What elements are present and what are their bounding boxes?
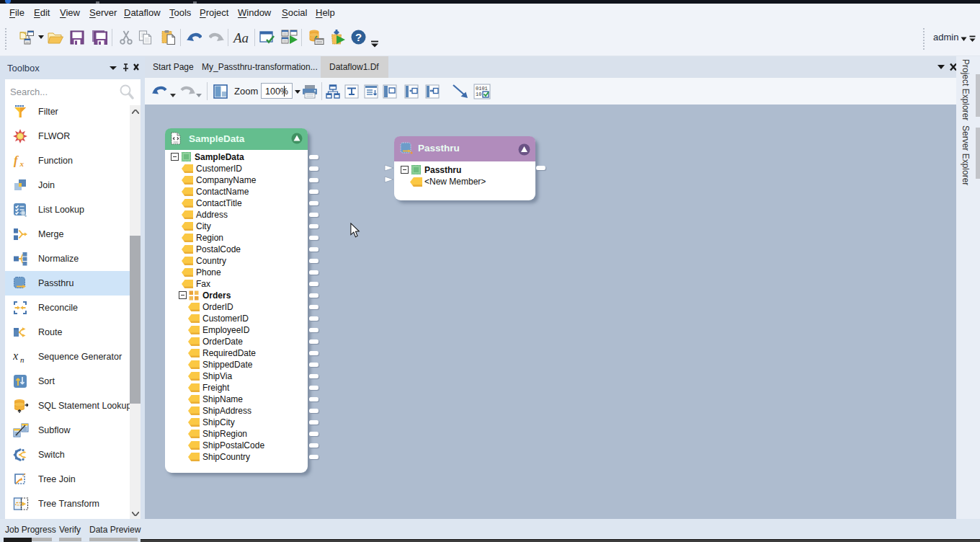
svg-text:n: n	[20, 355, 24, 364]
svg-text:f: f	[14, 154, 19, 167]
svg-text:x: x	[13, 350, 18, 362]
svg-text:?: ?	[355, 31, 362, 43]
svg-text:x: x	[19, 159, 24, 168]
svg-text:10: 10	[476, 92, 481, 97]
svg-text:0101: 0101	[476, 86, 488, 92]
